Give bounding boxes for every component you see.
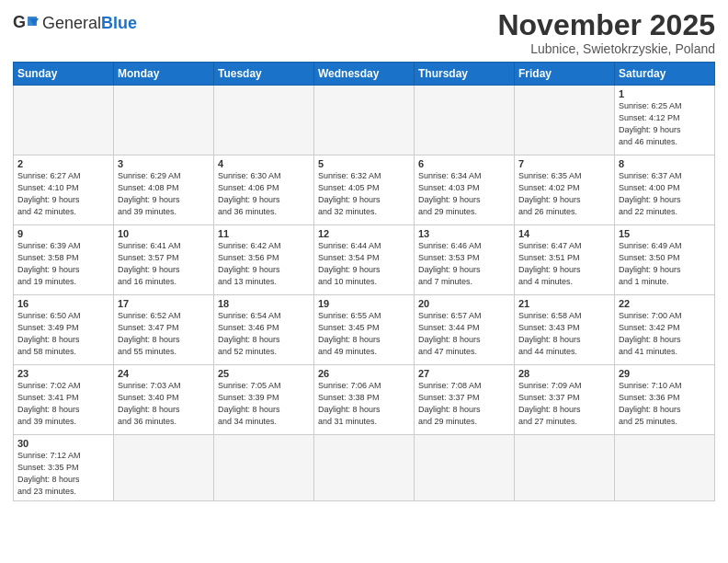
day-info: Sunrise: 6:44 AM Sunset: 3:54 PM Dayligh… xyxy=(318,240,410,288)
day-info: Sunrise: 6:27 AM Sunset: 4:10 PM Dayligh… xyxy=(17,170,109,218)
table-row xyxy=(415,435,515,501)
table-row: 13Sunrise: 6:46 AM Sunset: 3:53 PM Dayli… xyxy=(415,225,515,295)
day-number: 17 xyxy=(118,298,210,309)
day-number: 20 xyxy=(418,298,510,309)
day-number: 13 xyxy=(418,228,510,239)
col-tuesday: Tuesday xyxy=(214,63,314,86)
day-info: Sunrise: 7:05 AM Sunset: 3:39 PM Dayligh… xyxy=(218,380,310,428)
day-number: 27 xyxy=(418,368,510,379)
day-number: 28 xyxy=(518,368,610,379)
day-number: 6 xyxy=(418,158,510,169)
table-row xyxy=(415,86,515,155)
logo-icon: G xyxy=(13,13,39,33)
day-number: 15 xyxy=(619,228,711,239)
title-block: November 2025 Lubnice, Swietokrzyskie, P… xyxy=(497,9,715,56)
calendar-week-row: 23Sunrise: 7:02 AM Sunset: 3:41 PM Dayli… xyxy=(14,365,715,435)
table-row: 17Sunrise: 6:52 AM Sunset: 3:47 PM Dayli… xyxy=(114,295,214,365)
day-info: Sunrise: 6:32 AM Sunset: 4:05 PM Dayligh… xyxy=(318,170,410,218)
day-number: 7 xyxy=(518,158,610,169)
table-row xyxy=(214,86,314,155)
table-row xyxy=(615,435,715,501)
day-number: 12 xyxy=(318,228,410,239)
day-number: 2 xyxy=(17,158,109,169)
day-info: Sunrise: 6:54 AM Sunset: 3:46 PM Dayligh… xyxy=(218,310,310,358)
day-info: Sunrise: 6:37 AM Sunset: 4:00 PM Dayligh… xyxy=(619,170,711,218)
day-info: Sunrise: 6:35 AM Sunset: 4:02 PM Dayligh… xyxy=(518,170,610,218)
table-row xyxy=(515,435,615,501)
day-info: Sunrise: 7:12 AM Sunset: 3:35 PM Dayligh… xyxy=(17,450,109,498)
table-row: 10Sunrise: 6:41 AM Sunset: 3:57 PM Dayli… xyxy=(114,225,214,295)
svg-text:G: G xyxy=(13,13,26,31)
table-row: 18Sunrise: 6:54 AM Sunset: 3:46 PM Dayli… xyxy=(214,295,314,365)
calendar-title: November 2025 xyxy=(497,9,715,41)
table-row: 9Sunrise: 6:39 AM Sunset: 3:58 PM Daylig… xyxy=(14,225,114,295)
table-row xyxy=(515,86,615,155)
page: G GeneralBlue November 2025 Lubnice, Swi… xyxy=(0,0,728,511)
calendar-table: Sunday Monday Tuesday Wednesday Thursday… xyxy=(13,62,715,501)
table-row: 21Sunrise: 6:58 AM Sunset: 3:43 PM Dayli… xyxy=(515,295,615,365)
day-info: Sunrise: 7:08 AM Sunset: 3:37 PM Dayligh… xyxy=(418,380,510,428)
day-info: Sunrise: 6:30 AM Sunset: 4:06 PM Dayligh… xyxy=(218,170,310,218)
table-row: 23Sunrise: 7:02 AM Sunset: 3:41 PM Dayli… xyxy=(14,365,114,435)
table-row: 29Sunrise: 7:10 AM Sunset: 3:36 PM Dayli… xyxy=(615,365,715,435)
table-row: 25Sunrise: 7:05 AM Sunset: 3:39 PM Dayli… xyxy=(214,365,314,435)
day-info: Sunrise: 6:58 AM Sunset: 3:43 PM Dayligh… xyxy=(518,310,610,358)
day-info: Sunrise: 7:09 AM Sunset: 3:37 PM Dayligh… xyxy=(518,380,610,428)
table-row: 11Sunrise: 6:42 AM Sunset: 3:56 PM Dayli… xyxy=(214,225,314,295)
day-number: 29 xyxy=(619,368,711,379)
day-number: 1 xyxy=(619,88,711,99)
day-info: Sunrise: 6:41 AM Sunset: 3:57 PM Dayligh… xyxy=(118,240,210,288)
day-number: 22 xyxy=(619,298,711,309)
col-sunday: Sunday xyxy=(14,63,114,86)
day-info: Sunrise: 6:34 AM Sunset: 4:03 PM Dayligh… xyxy=(418,170,510,218)
day-info: Sunrise: 6:55 AM Sunset: 3:45 PM Dayligh… xyxy=(318,310,410,358)
calendar-week-row: 30Sunrise: 7:12 AM Sunset: 3:35 PM Dayli… xyxy=(14,435,715,501)
table-row: 22Sunrise: 7:00 AM Sunset: 3:42 PM Dayli… xyxy=(615,295,715,365)
table-row xyxy=(14,86,114,155)
day-number: 26 xyxy=(318,368,410,379)
day-number: 10 xyxy=(118,228,210,239)
table-row xyxy=(214,435,314,501)
calendar-week-row: 2Sunrise: 6:27 AM Sunset: 4:10 PM Daylig… xyxy=(14,155,715,225)
table-row: 26Sunrise: 7:06 AM Sunset: 3:38 PM Dayli… xyxy=(314,365,415,435)
header: G GeneralBlue November 2025 Lubnice, Swi… xyxy=(13,9,715,56)
day-number: 19 xyxy=(318,298,410,309)
day-info: Sunrise: 7:00 AM Sunset: 3:42 PM Dayligh… xyxy=(619,310,711,358)
table-row: 24Sunrise: 7:03 AM Sunset: 3:40 PM Dayli… xyxy=(114,365,214,435)
day-info: Sunrise: 7:10 AM Sunset: 3:36 PM Dayligh… xyxy=(619,380,711,428)
table-row xyxy=(114,86,214,155)
logo-text: GeneralBlue xyxy=(42,15,137,31)
table-row: 5Sunrise: 6:32 AM Sunset: 4:05 PM Daylig… xyxy=(314,155,415,225)
table-row: 19Sunrise: 6:55 AM Sunset: 3:45 PM Dayli… xyxy=(314,295,415,365)
day-info: Sunrise: 7:03 AM Sunset: 3:40 PM Dayligh… xyxy=(118,380,210,428)
logo: G GeneralBlue xyxy=(13,13,137,33)
table-row: 7Sunrise: 6:35 AM Sunset: 4:02 PM Daylig… xyxy=(515,155,615,225)
day-number: 9 xyxy=(17,228,109,239)
day-number: 25 xyxy=(218,368,310,379)
day-number: 11 xyxy=(218,228,310,239)
day-info: Sunrise: 6:25 AM Sunset: 4:12 PM Dayligh… xyxy=(619,100,711,148)
day-number: 16 xyxy=(17,298,109,309)
day-info: Sunrise: 6:29 AM Sunset: 4:08 PM Dayligh… xyxy=(118,170,210,218)
table-row: 16Sunrise: 6:50 AM Sunset: 3:49 PM Dayli… xyxy=(14,295,114,365)
table-row: 2Sunrise: 6:27 AM Sunset: 4:10 PM Daylig… xyxy=(14,155,114,225)
day-info: Sunrise: 6:50 AM Sunset: 3:49 PM Dayligh… xyxy=(17,310,109,358)
table-row: 4Sunrise: 6:30 AM Sunset: 4:06 PM Daylig… xyxy=(214,155,314,225)
day-number: 5 xyxy=(318,158,410,169)
table-row: 3Sunrise: 6:29 AM Sunset: 4:08 PM Daylig… xyxy=(114,155,214,225)
calendar-week-row: 16Sunrise: 6:50 AM Sunset: 3:49 PM Dayli… xyxy=(14,295,715,365)
calendar-header-row: Sunday Monday Tuesday Wednesday Thursday… xyxy=(14,63,715,86)
calendar-subtitle: Lubnice, Swietokrzyskie, Poland xyxy=(497,41,715,56)
col-monday: Monday xyxy=(114,63,214,86)
table-row xyxy=(314,86,415,155)
col-thursday: Thursday xyxy=(415,63,515,86)
day-number: 24 xyxy=(118,368,210,379)
day-info: Sunrise: 6:49 AM Sunset: 3:50 PM Dayligh… xyxy=(619,240,711,288)
day-info: Sunrise: 6:57 AM Sunset: 3:44 PM Dayligh… xyxy=(418,310,510,358)
day-info: Sunrise: 6:47 AM Sunset: 3:51 PM Dayligh… xyxy=(518,240,610,288)
day-info: Sunrise: 6:46 AM Sunset: 3:53 PM Dayligh… xyxy=(418,240,510,288)
day-info: Sunrise: 7:06 AM Sunset: 3:38 PM Dayligh… xyxy=(318,380,410,428)
day-number: 23 xyxy=(17,368,109,379)
day-info: Sunrise: 6:52 AM Sunset: 3:47 PM Dayligh… xyxy=(118,310,210,358)
col-friday: Friday xyxy=(515,63,615,86)
